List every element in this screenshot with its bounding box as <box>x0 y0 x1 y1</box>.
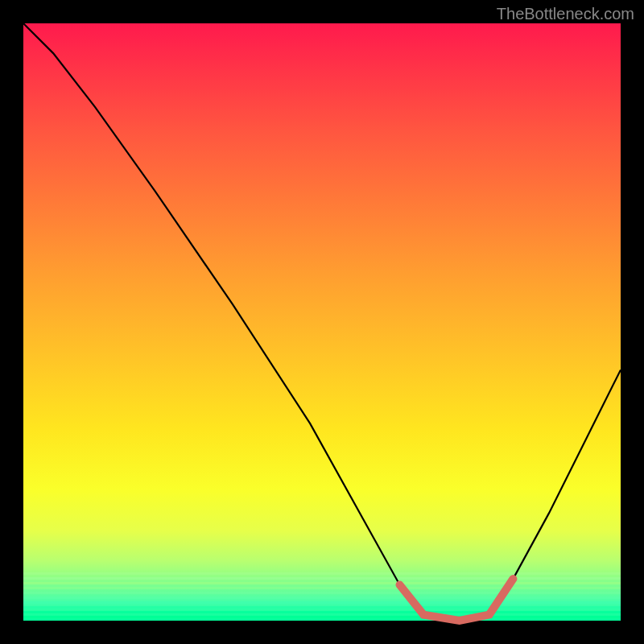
watermark-text: TheBottleneck.com <box>497 5 634 23</box>
chart-svg <box>23 23 621 621</box>
acceptable-range-highlight <box>400 579 514 621</box>
bottleneck-curve-path <box>23 23 621 621</box>
chart-plot-area <box>23 23 621 621</box>
